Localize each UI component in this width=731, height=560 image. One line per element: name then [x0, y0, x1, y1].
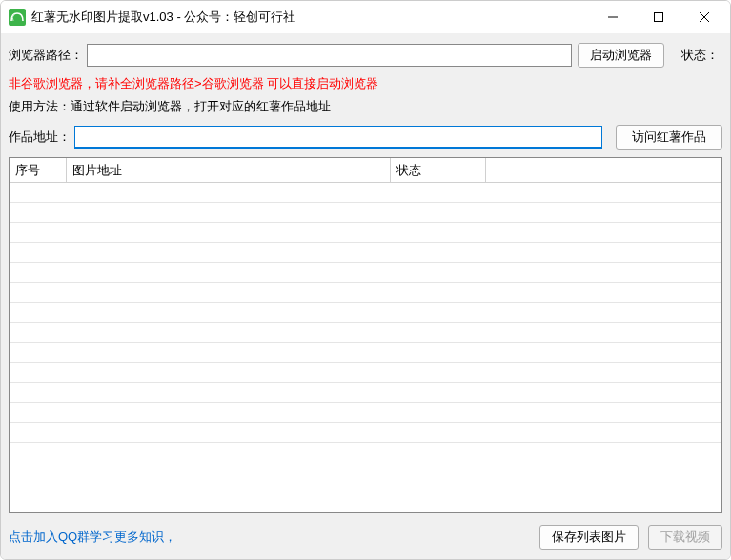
- table-body[interactable]: [10, 183, 721, 512]
- status-label: 状态：: [681, 47, 719, 64]
- save-list-button[interactable]: 保存列表图片: [539, 525, 639, 550]
- col-status[interactable]: 状态: [391, 158, 486, 182]
- table-row[interactable]: [10, 303, 721, 323]
- table-row[interactable]: [10, 343, 721, 363]
- close-button[interactable]: [682, 3, 726, 31]
- table-row[interactable]: [10, 363, 721, 383]
- col-rest: [486, 158, 721, 182]
- client-area: 浏览器路径： 启动浏览器 状态： 非谷歌浏览器，请补全浏览器路径>谷歌浏览器 可…: [1, 33, 730, 559]
- window-title: 红薯无水印图片提取v1.03 - 公众号：轻创可行社: [31, 9, 591, 26]
- table-row[interactable]: [10, 183, 721, 203]
- maximize-button[interactable]: [637, 3, 680, 31]
- hint-usage: 使用方法：通过软件启动浏览器，打开对应的红薯作品地址: [9, 98, 722, 115]
- download-video-button[interactable]: 下载视频: [648, 525, 722, 550]
- work-addr-input[interactable]: [74, 126, 602, 149]
- window-controls: [591, 3, 726, 31]
- col-url[interactable]: 图片地址: [67, 158, 391, 182]
- app-window: 红薯无水印图片提取v1.03 - 公众号：轻创可行社 浏览器路径： 启动浏览器 …: [0, 0, 731, 560]
- svg-rect-2: [655, 13, 663, 22]
- browser-path-input[interactable]: [87, 44, 572, 67]
- col-seq[interactable]: 序号: [10, 158, 67, 182]
- result-table[interactable]: 序号 图片地址 状态: [9, 157, 722, 513]
- footer: 点击加入QQ群学习更多知识， 保存列表图片 下载视频: [9, 523, 722, 551]
- table-row[interactable]: [10, 223, 721, 243]
- minimize-button[interactable]: [591, 3, 635, 31]
- work-addr-label: 作品地址：: [9, 129, 71, 146]
- browser-path-label: 浏览器路径：: [9, 47, 83, 64]
- table-row[interactable]: [10, 323, 721, 343]
- hint-red: 非谷歌浏览器，请补全浏览器路径>谷歌浏览器 可以直接启动浏览器: [9, 75, 722, 92]
- table-row[interactable]: [10, 263, 721, 283]
- qq-group-link[interactable]: 点击加入QQ群学习更多知识，: [9, 529, 176, 546]
- table-row[interactable]: [10, 243, 721, 263]
- visit-work-button[interactable]: 访问红薯作品: [616, 125, 722, 150]
- titlebar: 红薯无水印图片提取v1.03 - 公众号：轻创可行社: [1, 1, 730, 33]
- app-icon: [9, 9, 26, 26]
- browser-path-row: 浏览器路径： 启动浏览器 状态：: [9, 43, 722, 68]
- table-row[interactable]: [10, 203, 721, 223]
- table-row[interactable]: [10, 383, 721, 403]
- work-addr-row: 作品地址： 访问红薯作品: [9, 125, 722, 150]
- start-browser-button[interactable]: 启动浏览器: [578, 43, 664, 68]
- table-row[interactable]: [10, 403, 721, 423]
- table-header: 序号 图片地址 状态: [10, 158, 721, 183]
- table-row[interactable]: [10, 283, 721, 303]
- table-row[interactable]: [10, 423, 721, 443]
